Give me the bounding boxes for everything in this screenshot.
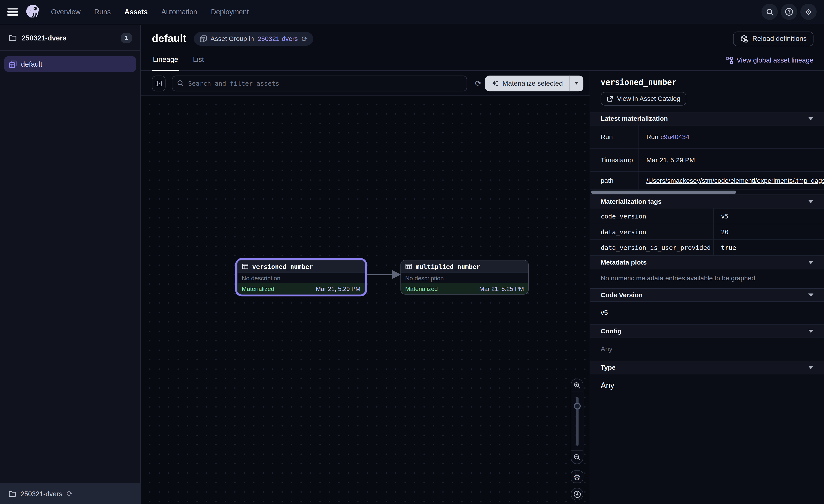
tab-list[interactable]: List	[192, 52, 205, 71]
refresh-icon[interactable]: ⟳	[302, 35, 308, 42]
lineage-toolbar: ⟳ Materialize selected	[141, 72, 590, 96]
section-type[interactable]: Type	[590, 361, 824, 374]
asset-group-pill: Asset Group in 250321-dvers ⟳	[194, 32, 313, 45]
code-location-row[interactable]: 250321-dvers 1	[0, 29, 140, 46]
search-button[interactable]	[761, 4, 778, 20]
type-value: Any	[590, 374, 824, 398]
top-nav: Overview Runs Assets Automation Deployme…	[0, 0, 824, 24]
zoom-slider-knob[interactable]	[574, 403, 581, 410]
gear-icon: ⚙	[805, 8, 812, 16]
view-global-asset-lineage-link[interactable]: View global asset lineage	[725, 52, 814, 64]
graph-settings-button[interactable]: ⚙	[571, 471, 583, 483]
run-id-link[interactable]: c9a40434	[660, 133, 689, 140]
dagster-logo-icon[interactable]	[24, 3, 41, 20]
page-title: default	[152, 32, 186, 44]
nav-item-overview[interactable]: Overview	[51, 8, 81, 16]
toggle-sidebar-button[interactable]	[152, 75, 166, 91]
folder-icon	[8, 490, 16, 497]
materialize-main[interactable]: Materialize selected	[485, 75, 569, 91]
asset-name: multiplied_number	[416, 263, 480, 270]
hamburger-menu-icon[interactable]	[7, 8, 18, 16]
zoom-in-button[interactable]	[571, 379, 583, 392]
dagster-app: Overview Runs Assets Automation Deployme…	[0, 0, 824, 504]
pill-location-link[interactable]: 250321-dvers	[258, 35, 298, 42]
asset-status-row: Materialized Mar 21, 5:25 PM	[401, 283, 528, 294]
selected-asset-title: versioned_number	[601, 78, 813, 87]
asset-node-multiplied-number[interactable]: multiplied_number No description Materia…	[401, 260, 529, 295]
nav-item-assets[interactable]: Assets	[124, 8, 148, 16]
asset-status-row: Materialized Mar 21, 5:29 PM	[237, 283, 365, 294]
sidebar-item-label: default	[21, 60, 42, 68]
lineage-canvas[interactable]: versioned_number No description Material…	[141, 96, 590, 504]
panel-header: versioned_number View in Asset Catalog	[590, 72, 824, 112]
chevron-down-icon	[808, 200, 813, 203]
metadata-plots-empty-text: No numeric metadata entries available to…	[590, 269, 824, 288]
zoom-out-button[interactable]	[571, 451, 583, 464]
help-button[interactable]	[781, 4, 797, 20]
run-prefix: Run	[646, 133, 658, 140]
chevron-down-icon	[808, 293, 813, 297]
tag-key: data_version_is_user_provided	[590, 240, 713, 256]
code-location-name: 250321-dvers	[22, 34, 116, 42]
asset-count-badge: 1	[121, 33, 132, 43]
asset-node-versioned-number[interactable]: versioned_number No description Material…	[237, 260, 365, 295]
section-title: Materialization tags	[601, 198, 661, 205]
path-link[interactable]: /Users/smackesey/stm/code/elementl/exper…	[646, 177, 824, 184]
latest-materialization-table: Run Run c9a40434 Timestamp Mar 21, 5:29 …	[590, 125, 824, 172]
config-value: Any	[590, 338, 824, 361]
nav-item-deployment[interactable]: Deployment	[211, 8, 249, 16]
folder-icon	[8, 33, 17, 42]
primary-nav: Overview Runs Assets Automation Deployme…	[51, 8, 249, 16]
chevron-down-icon	[808, 330, 813, 333]
refresh-icon[interactable]: ⟳	[67, 490, 73, 497]
reload-definitions-button[interactable]: Reload definitions	[733, 31, 813, 46]
sidebar-item-default-group[interactable]: default	[4, 56, 136, 72]
code-version-value: v5	[590, 302, 824, 325]
table-icon	[405, 263, 412, 270]
row-value: /Users/smackesey/stm/code/elementl/exper…	[638, 172, 824, 190]
download-graph-button[interactable]	[571, 488, 583, 500]
materialize-dropdown-button[interactable]	[570, 75, 583, 91]
asset-groups-sidebar: 250321-dvers 1 default 250321-dvers ⟳	[0, 25, 141, 504]
tag-value: v5	[713, 209, 824, 224]
footer-location-name: 250321-dvers	[21, 490, 62, 497]
materialization-time: Mar 21, 5:29 PM	[316, 285, 360, 291]
view-in-asset-catalog-label: View in Asset Catalog	[617, 95, 681, 102]
asset-detail-panel: versioned_number View in Asset Catalog L…	[590, 72, 824, 504]
view-in-asset-catalog-button[interactable]: View in Asset Catalog	[601, 92, 686, 106]
section-config[interactable]: Config	[590, 325, 824, 338]
sidebar-footer[interactable]: 250321-dvers ⟳	[0, 483, 140, 504]
section-title: Type	[601, 364, 616, 371]
section-metadata-plots[interactable]: Metadata plots	[590, 256, 824, 269]
zoom-slider[interactable]	[571, 392, 583, 451]
nav-item-automation[interactable]: Automation	[161, 8, 197, 16]
asset-search-input[interactable]	[172, 75, 467, 91]
chevron-down-icon	[808, 261, 813, 264]
horizontal-scrollbar	[590, 190, 824, 195]
table-icon	[242, 263, 249, 270]
row-key: Run	[590, 125, 638, 149]
section-latest-materialization[interactable]: Latest materialization	[590, 112, 824, 125]
download-icon	[573, 490, 581, 498]
lineage-pane: ⟳ Materialize selected	[141, 72, 590, 504]
chevron-down-icon	[575, 82, 579, 85]
chevron-down-icon	[808, 366, 813, 369]
materialize-selected-button[interactable]: Materialize selected	[485, 75, 584, 91]
status-badge: Materialized	[405, 285, 437, 291]
section-title: Metadata plots	[601, 259, 646, 266]
nav-item-runs[interactable]: Runs	[94, 8, 111, 16]
reload-definitions-icon	[740, 34, 748, 43]
content-split: ⟳ Materialize selected	[141, 72, 824, 504]
asset-group-icon	[199, 35, 207, 42]
section-materialization-tags[interactable]: Materialization tags	[590, 195, 824, 209]
main-area: default Asset Group in 250321-dvers ⟳ Re…	[141, 25, 824, 504]
asset-node-header: versioned_number	[237, 260, 365, 273]
scrollbar-thumb[interactable]	[591, 191, 736, 194]
tag-value: 20	[713, 224, 824, 240]
refresh-graph-button[interactable]: ⟳	[472, 75, 485, 91]
section-code-version[interactable]: Code Version	[590, 288, 824, 302]
settings-button[interactable]: ⚙	[800, 4, 817, 20]
tab-lineage[interactable]: Lineage	[152, 52, 179, 71]
section-title: Config	[601, 328, 621, 335]
row-value: Run c9a40434	[638, 125, 824, 149]
